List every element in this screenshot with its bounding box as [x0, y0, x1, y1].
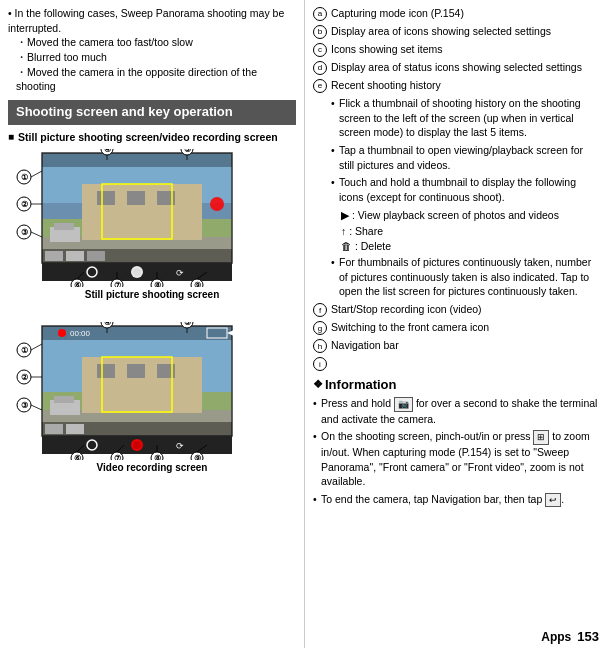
video-recording-screen-block: 00:00 ⟳ ①	[12, 322, 292, 473]
alpha-item-f: f Start/Stop recording icon (video)	[313, 302, 599, 317]
svg-rect-54	[97, 364, 115, 378]
e-bullet-1: Flick a thumbnail of shooting history on…	[331, 96, 599, 140]
sub-header: Still picture shooting screen/video reco…	[8, 131, 296, 143]
alpha-label-f: f	[313, 303, 327, 317]
svg-text:⑦: ⑦	[114, 454, 121, 460]
intro-bullet-section: • In the following cases, Sweep Panorama…	[8, 6, 296, 94]
zoom-btn-icon: ⊞	[533, 430, 549, 445]
svg-rect-15	[45, 251, 63, 261]
alpha-label-g: g	[313, 321, 327, 335]
svg-text:③: ③	[21, 228, 28, 237]
svg-text:⑤: ⑤	[184, 149, 191, 154]
svg-rect-67	[45, 424, 63, 434]
alpha-item-g: g Switching to the front camera icon	[313, 320, 599, 335]
svg-text:①: ①	[21, 173, 28, 182]
svg-text:⑨: ⑨	[194, 454, 201, 460]
alpha-item-d: d Display area of status icons showing s…	[313, 60, 599, 75]
page-footer: Apps 153	[541, 629, 599, 644]
alpha-label-d: d	[313, 61, 327, 75]
dash-list: Moved the camera too fast/too slow Blurr…	[8, 35, 296, 94]
svg-text:④: ④	[104, 322, 111, 327]
svg-point-21	[133, 268, 141, 276]
info-bullet-2: On the shooting screen, pinch-out/in or …	[313, 429, 599, 489]
dash-item-1: Moved the camera too fast/too slow	[16, 35, 296, 50]
svg-rect-5	[97, 191, 115, 205]
alpha-text-d: Display area of status icons showing sel…	[331, 60, 582, 75]
alpha-label-e: e	[313, 79, 327, 93]
svg-text:⑦: ⑦	[114, 281, 121, 287]
camera-btn-icon: 📷	[394, 397, 413, 412]
screens-area: ⟳ ① ② ③ ④ ⑤	[12, 149, 292, 473]
svg-text:⟳: ⟳	[176, 441, 184, 451]
alpha-text-f: Start/Stop recording icon (video)	[331, 302, 482, 317]
information-section: Information Press and hold 📷 for over a …	[313, 377, 599, 507]
alpha-item-a: a Capturing mode icon (P.154)	[313, 6, 599, 21]
apps-label: Apps	[541, 630, 571, 644]
alpha-item-h: h Navigation bar	[313, 338, 599, 353]
svg-line-76	[31, 344, 42, 350]
info-header: Information	[313, 377, 599, 392]
svg-text:④: ④	[104, 149, 111, 154]
alpha-text-e: Recent shooting history	[331, 78, 441, 93]
svg-rect-58	[54, 396, 74, 403]
svg-text:②: ②	[21, 200, 28, 209]
back-btn-icon: ↩	[545, 493, 561, 508]
video-recording-screen-svg: 00:00 ⟳ ①	[12, 322, 292, 460]
svg-rect-68	[66, 424, 84, 434]
alpha-label-h: h	[313, 339, 327, 353]
alpha-items-list: a Capturing mode icon (P.154) b Display …	[313, 6, 599, 371]
svg-rect-17	[87, 251, 105, 261]
svg-text:00:00: 00:00	[70, 329, 91, 338]
svg-text:③: ③	[21, 401, 28, 410]
svg-point-12	[210, 197, 224, 211]
left-column: • In the following cases, Sweep Panorama…	[0, 0, 305, 648]
e-bullets: Flick a thumbnail of shooting history on…	[313, 96, 599, 299]
svg-text:②: ②	[21, 373, 28, 382]
still-picture-label: Still picture shooting screen	[12, 289, 292, 300]
svg-text:⑥: ⑥	[74, 454, 81, 460]
svg-text:⑤: ⑤	[184, 322, 191, 327]
svg-rect-55	[127, 364, 145, 378]
icon-item-share: ↑ : Share	[341, 224, 599, 240]
alpha-label-i: i	[313, 357, 327, 371]
svg-text:①: ①	[21, 346, 28, 355]
alpha-text-a: Capturing mode icon (P.154)	[331, 6, 464, 21]
svg-text:⑥: ⑥	[74, 281, 81, 287]
still-picture-screen-block: ⟳ ① ② ③ ④ ⑤	[12, 149, 292, 300]
alpha-item-b: b Display area of icons showing selected…	[313, 24, 599, 39]
alpha-item-i: i	[313, 356, 599, 371]
intro-text: • In the following cases, Sweep Panorama…	[8, 6, 296, 35]
alpha-text-c: Icons showing set items	[331, 42, 442, 57]
info-bullet-3: To end the camera, tap Navigation bar, t…	[313, 492, 599, 508]
svg-rect-16	[66, 251, 84, 261]
right-column: a Capturing mode icon (P.154) b Display …	[305, 0, 607, 648]
svg-point-61	[58, 329, 66, 337]
svg-text:⑧: ⑧	[154, 281, 161, 287]
alpha-label-b: b	[313, 25, 327, 39]
alpha-text-b: Display area of icons showing selected s…	[331, 24, 551, 39]
svg-rect-9	[54, 223, 74, 230]
svg-point-71	[133, 441, 141, 449]
icon-item-delete: 🗑 : Delete	[341, 239, 599, 255]
alpha-item-c: c Icons showing set items	[313, 42, 599, 57]
svg-line-31	[31, 232, 42, 237]
svg-text:⑨: ⑨	[194, 281, 201, 287]
icon-item-play: ▶ : View playback screen of photos and v…	[341, 208, 599, 224]
icon-items: ▶ : View playback screen of photos and v…	[331, 208, 599, 255]
svg-text:⑧: ⑧	[154, 454, 161, 460]
still-picture-screen-svg: ⟳ ① ② ③ ④ ⑤	[12, 149, 292, 287]
alpha-text-h: Navigation bar	[331, 338, 399, 353]
alpha-label-c: c	[313, 43, 327, 57]
page-number: 153	[577, 629, 599, 644]
alpha-text-g: Switching to the front camera icon	[331, 320, 489, 335]
dash-item-3: Moved the camera in the opposite directi…	[16, 65, 296, 94]
svg-text:⟳: ⟳	[176, 268, 184, 278]
alpha-item-e: e Recent shooting history	[313, 78, 599, 93]
info-bullet-1: Press and hold 📷 for over a second to sh…	[313, 396, 599, 426]
e-bullet-3: Touch and hold a thumbnail to display th…	[331, 175, 599, 204]
video-recording-label: Video recording screen	[12, 462, 292, 473]
svg-line-25	[31, 171, 42, 177]
e-bullet-2: Tap a thumbnail to open viewing/playback…	[331, 143, 599, 172]
svg-rect-6	[127, 191, 145, 205]
svg-rect-11	[42, 153, 232, 167]
